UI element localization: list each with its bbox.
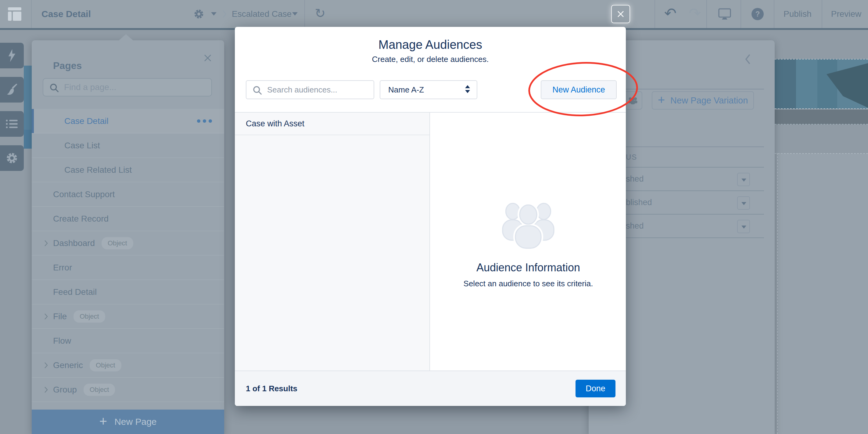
- page-list-icon: [6, 119, 18, 129]
- pages-list-item[interactable]: Case Detail: [32, 109, 224, 134]
- search-icon: [50, 83, 59, 93]
- audience-list-item[interactable]: Case with Asset: [235, 113, 429, 135]
- canvas-nav-band: [775, 110, 868, 124]
- new-page-label: New Page: [114, 416, 156, 427]
- panel-notch: [119, 34, 133, 40]
- pages-list-item[interactable]: Create Record: [32, 207, 224, 231]
- plus-icon: +: [658, 94, 665, 106]
- component-outline-vertical: [777, 153, 778, 434]
- page-label: Feed Detail: [53, 287, 97, 297]
- search-icon: [252, 85, 262, 95]
- canvas-gap-strip: [24, 30, 32, 434]
- page-label: Case Related List: [64, 165, 132, 175]
- pages-list-item[interactable]: File Object: [32, 304, 224, 329]
- object-badge: Object: [90, 359, 121, 371]
- sort-select[interactable]: Name A-Z: [380, 80, 477, 99]
- status-heading-fragment: US: [626, 153, 637, 162]
- modal-title: Manage Audiences: [235, 27, 626, 52]
- chevron-right-icon[interactable]: [44, 313, 48, 320]
- audience-group-icon: [496, 195, 560, 251]
- pages-list-item[interactable]: Generic Object: [32, 353, 224, 378]
- builder-logo-icon[interactable]: [8, 7, 21, 21]
- pages-list-item[interactable]: Case Related List: [32, 158, 224, 182]
- device-preview-icon[interactable]: [718, 8, 732, 20]
- modal-close-button[interactable]: [611, 5, 630, 23]
- new-page-button[interactable]: + New Page: [32, 410, 224, 434]
- variation-menu-button[interactable]: [737, 173, 750, 186]
- page-settings-gear-icon[interactable]: [193, 8, 204, 20]
- results-count: 1 of 1 Results: [246, 371, 298, 406]
- variation-menu-button[interactable]: [737, 220, 750, 233]
- object-badge: Object: [101, 237, 133, 249]
- variation-status-fragment: shed: [626, 168, 644, 191]
- component-outline-horizontal: [775, 153, 868, 154]
- page-label: Contact Support: [53, 190, 115, 199]
- row-actions-menu-icon[interactable]: [197, 119, 212, 123]
- pages-list-item[interactable]: Error: [32, 256, 224, 280]
- page-label: Flow: [53, 336, 71, 346]
- canvas-hero-banner: [775, 59, 868, 109]
- new-audience-button[interactable]: New Audience: [541, 80, 617, 99]
- builder-topbar: Case Detail Escalated Case ↻ ↶ ↷ ? Publi…: [0, 0, 868, 30]
- plus-icon: +: [99, 414, 107, 428]
- page-label: File: [53, 312, 67, 321]
- variation-status-fragment: blished: [626, 191, 652, 214]
- empty-state-title: Audience Information: [431, 261, 626, 274]
- empty-state-subtitle: Select an audience to see its criteria.: [431, 279, 626, 288]
- refresh-icon[interactable]: ↻: [315, 0, 326, 28]
- new-page-variation-button[interactable]: + New Page Variation: [652, 91, 754, 110]
- gear-dropdown-caret[interactable]: [211, 12, 217, 16]
- object-badge: Object: [73, 310, 105, 323]
- toolbar-theme-button[interactable]: [0, 77, 24, 103]
- audiences-count-button[interactable]: [623, 91, 642, 110]
- publish-button[interactable]: Publish: [779, 0, 816, 28]
- selected-indicator: [32, 109, 34, 133]
- variation-menu-button[interactable]: [737, 196, 750, 210]
- audiences-icon: [627, 96, 638, 105]
- builder-logo-cell: [0, 0, 32, 28]
- pages-list-item[interactable]: Flow: [32, 329, 224, 353]
- new-page-variation-label: New Page Variation: [670, 95, 748, 106]
- hero-image-sliver-lower: [24, 130, 32, 149]
- redo-icon: ↷: [689, 0, 701, 28]
- pages-list-item[interactable]: Dashboard Object: [32, 231, 224, 256]
- chevron-right-icon[interactable]: [44, 240, 48, 247]
- close-icon[interactable]: [204, 54, 212, 62]
- collapse-panel-chevron-icon[interactable]: [744, 54, 751, 65]
- toolbar-settings-button[interactable]: [0, 145, 24, 171]
- done-button[interactable]: Done: [576, 380, 616, 397]
- find-page-input[interactable]: [63, 79, 210, 96]
- toolbar-pages-button[interactable]: [0, 111, 24, 137]
- audience-name: Case with Asset: [246, 113, 304, 135]
- audience-list: Case with Asset: [235, 113, 430, 371]
- page-variation-dropdown[interactable]: Escalated Case: [232, 0, 291, 28]
- pages-list-item[interactable]: Group Object: [32, 378, 224, 402]
- page-label: Create Record: [53, 214, 108, 224]
- pages-panel: Pages Case Detail Case List Case Related…: [32, 40, 224, 434]
- variation-status-fragment: shed: [626, 214, 644, 238]
- caret-down-icon: [741, 226, 746, 229]
- pages-panel-title: Pages: [53, 60, 82, 71]
- variation-dropdown-caret[interactable]: [292, 12, 298, 16]
- page-label: Case List: [64, 141, 100, 150]
- preview-button[interactable]: Preview: [827, 0, 865, 28]
- modal-subtitle: Create, edit, or delete audiences.: [235, 55, 626, 64]
- chevron-right-icon[interactable]: [44, 386, 48, 393]
- page-title: Case Detail: [41, 0, 91, 28]
- sort-stepper-icon: [465, 85, 470, 93]
- gear-icon: [5, 152, 18, 165]
- undo-icon[interactable]: ↶: [664, 0, 677, 28]
- toolbar-components-button[interactable]: [0, 43, 24, 68]
- pages-list-item[interactable]: Feed Detail: [32, 280, 224, 304]
- audience-searchbox: [246, 80, 374, 99]
- pages-list: Case Detail Case List Case Related List …: [32, 109, 224, 402]
- hero-image-sliver: [24, 66, 32, 130]
- modal-footer: 1 of 1 Results Done: [235, 371, 626, 406]
- lightning-icon: [7, 49, 17, 62]
- audience-search-input[interactable]: [267, 81, 372, 98]
- page-label: Generic: [53, 360, 83, 370]
- pages-list-item[interactable]: Contact Support: [32, 182, 224, 207]
- pages-list-item[interactable]: Case List: [32, 134, 224, 158]
- help-icon[interactable]: ?: [751, 8, 764, 20]
- chevron-right-icon[interactable]: [44, 362, 48, 369]
